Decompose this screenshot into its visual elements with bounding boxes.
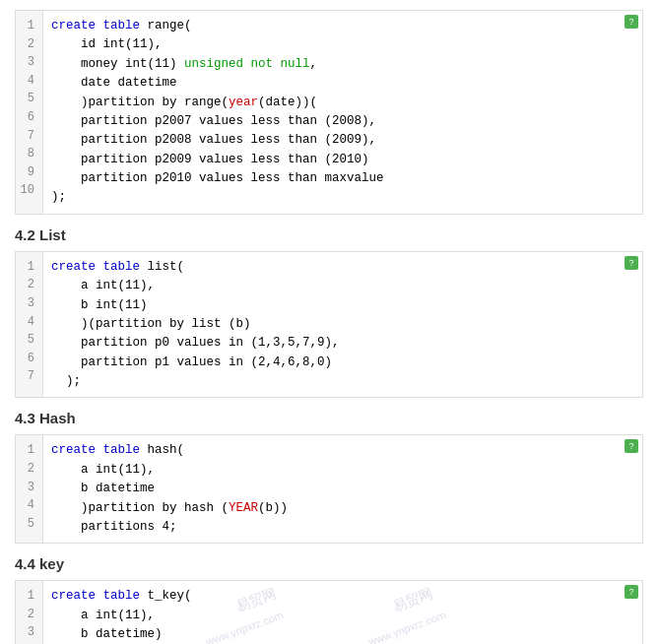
line-numbers-key: 12345 (16, 581, 43, 644)
line-numbers-range: 12345 678910 (16, 11, 43, 214)
hash-code-block: 12345 create table hash( a int(11), b da… (15, 434, 643, 544)
heading-42: 4.2 List (15, 226, 643, 243)
range-code-content: create table range( id int(11), money in… (43, 11, 642, 214)
range-code-block: 12345 678910 create table range( id int(… (15, 10, 643, 215)
page-content: 12345 678910 create table range( id int(… (0, 0, 658, 644)
key-code-block: 12345 create table t_key( a int(11), b d… (15, 580, 643, 644)
line-numbers-hash: 12345 (16, 435, 43, 543)
heading-43: 4.3 Hash (15, 410, 643, 426)
line-numbers-list: 12345 67 (16, 252, 43, 398)
heading-44: 4.4 key (15, 555, 643, 572)
list-code-block: 12345 67 create table list( a int(11), b… (15, 251, 643, 399)
hash-code-content: create table hash( a int(11), b datetime… (43, 435, 642, 543)
list-code-content: create table list( a int(11), b int(11) … (43, 252, 642, 398)
copy-button-range[interactable] (625, 15, 638, 29)
copy-button-list[interactable] (625, 256, 638, 270)
key-code-content: create table t_key( a int(11), b datetim… (43, 581, 642, 644)
copy-button-key[interactable] (625, 585, 638, 599)
copy-button-hash[interactable] (625, 439, 638, 453)
